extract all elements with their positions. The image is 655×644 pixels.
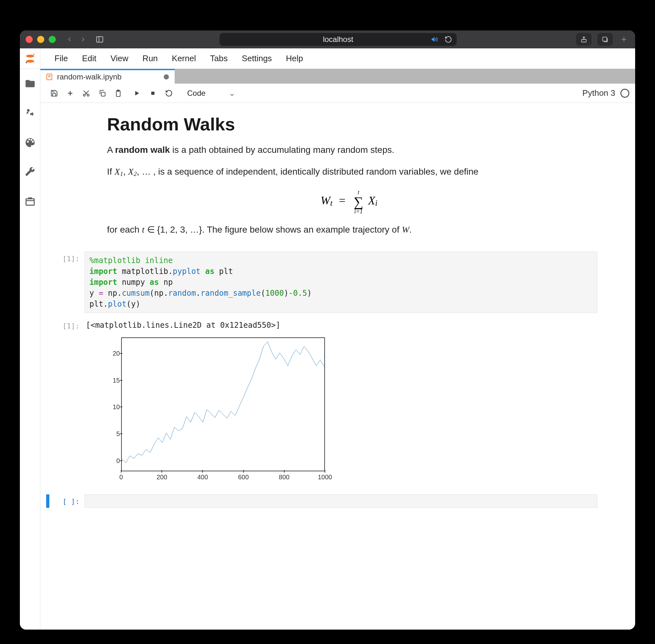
menu-file[interactable]: File: [49, 53, 74, 64]
paste-cell-button[interactable]: [110, 85, 126, 101]
notebook-icon: [45, 73, 53, 81]
app-content: File Edit View Run Kernel Tabs Settings …: [20, 48, 635, 629]
plot-ytick: 10: [99, 404, 120, 411]
kernel-name[interactable]: Python 3: [582, 88, 615, 98]
active-cell-indicator: [46, 495, 49, 508]
menu-edit[interactable]: Edit: [76, 53, 102, 64]
kernel-status-idle-icon[interactable]: [620, 89, 629, 98]
paragraph: for each t ∈ {1, 2, 3, …}. The figure be…: [107, 223, 591, 236]
audio-icon[interactable]: [430, 36, 438, 43]
svg-point-4: [26, 54, 34, 58]
insert-cell-button[interactable]: [62, 85, 78, 101]
paragraph: If X1, X2, … , is a sequence of independ…: [107, 165, 591, 180]
tabs-overview-button[interactable]: [597, 33, 613, 46]
cell-type-value: Code: [187, 89, 205, 98]
minimize-window-button[interactable]: [37, 36, 44, 43]
plot-xtick: 800: [279, 474, 289, 481]
file-browser-icon[interactable]: [20, 69, 40, 98]
svg-point-8: [33, 62, 34, 63]
reload-icon[interactable]: [445, 36, 452, 43]
out-prompt: [1]:: [46, 319, 85, 487]
menu-kernel[interactable]: Kernel: [166, 53, 202, 64]
sidebar-toggle-icon[interactable]: [93, 33, 106, 46]
svg-rect-13: [48, 76, 51, 77]
in-prompt: [1]:: [46, 252, 85, 313]
heading: Random Walks: [107, 114, 591, 135]
svg-rect-3: [603, 37, 607, 41]
menu-settings[interactable]: Settings: [236, 53, 277, 64]
menu-help[interactable]: Help: [280, 53, 309, 64]
tab-notebook[interactable]: random-walk.ipynb: [40, 69, 175, 84]
svg-point-6: [33, 53, 34, 55]
tabs-icon[interactable]: [20, 187, 40, 216]
copy-cell-button[interactable]: [94, 85, 110, 101]
cell-type-dropdown[interactable]: Code ⌄: [184, 87, 239, 100]
share-button[interactable]: [576, 33, 591, 46]
code-input[interactable]: [85, 495, 597, 508]
code-cell[interactable]: [1]: %matplotlib inline import matplotli…: [46, 252, 597, 313]
palette-icon[interactable]: [20, 128, 40, 157]
wrench-icon[interactable]: [20, 157, 40, 187]
interrupt-kernel-button[interactable]: [145, 85, 161, 101]
plot-xtick: 1000: [318, 474, 332, 481]
menu-bar: File Edit View Run Kernel Tabs Settings …: [40, 48, 635, 69]
in-prompt: [ ]:: [52, 495, 85, 508]
plot-output: 0510152002004006008001000: [99, 333, 330, 487]
chevron-down-icon: ⌄: [229, 89, 235, 98]
plot-xtick: 400: [197, 474, 208, 481]
restart-kernel-button[interactable]: [161, 85, 177, 101]
cut-cell-button[interactable]: [78, 85, 94, 101]
tab-filename: random-walk.ipynb: [57, 72, 121, 82]
notebook-toolbar: Code ⌄ Python 3: [40, 84, 635, 103]
plot-axes: [121, 337, 325, 471]
svg-marker-23: [135, 91, 139, 95]
plot-xtick: 600: [238, 474, 249, 481]
close-window-button[interactable]: [26, 36, 33, 43]
code-cell-active[interactable]: [ ]:: [46, 495, 597, 508]
jupyter-logo[interactable]: [20, 48, 40, 69]
url-bar[interactable]: localhost: [220, 33, 457, 46]
plot-ytick: 5: [99, 430, 120, 437]
plot-xtick: 200: [157, 474, 167, 481]
paragraph: A random walk is a path obtained by accu…: [107, 143, 591, 156]
unsaved-changes-dot: [164, 74, 169, 79]
svg-rect-20: [101, 92, 105, 96]
plot-line: [122, 338, 324, 471]
jupyter-sidebar: [20, 48, 40, 629]
output-repr: [<matplotlib.lines.Line2D at 0x121ead550…: [86, 321, 597, 330]
browser-window: localhost +: [20, 30, 635, 629]
plot-xtick: 0: [119, 474, 123, 481]
fullscreen-window-button[interactable]: [49, 36, 56, 43]
svg-point-7: [25, 62, 27, 64]
svg-point-9: [27, 109, 30, 112]
save-button[interactable]: [46, 85, 62, 101]
titlebar: localhost +: [20, 30, 635, 48]
menu-tabs[interactable]: Tabs: [204, 53, 233, 64]
menu-run[interactable]: Run: [137, 53, 164, 64]
output-area: [<matplotlib.lines.Line2D at 0x121ead550…: [85, 319, 597, 487]
svg-rect-24: [151, 92, 155, 95]
svg-rect-10: [26, 199, 34, 205]
url-text: localhost: [323, 35, 354, 44]
svg-point-5: [26, 60, 34, 63]
output-cell: [1]: [<matplotlib.lines.Line2D at 0x121e…: [46, 319, 597, 487]
equation: Wt = t∑i=1 Xi: [107, 189, 591, 214]
plot-ytick: 20: [99, 350, 120, 357]
traffic-lights: [26, 36, 56, 43]
plot-ytick: 15: [99, 376, 120, 384]
back-button[interactable]: [63, 33, 76, 46]
run-cell-button[interactable]: [129, 85, 145, 101]
new-tab-button[interactable]: +: [618, 34, 629, 45]
svg-rect-12: [48, 75, 51, 76]
forward-button[interactable]: [76, 33, 90, 46]
running-sessions-icon[interactable]: [20, 98, 40, 128]
markdown-cell[interactable]: Random Walks A random walk is a path obt…: [46, 114, 591, 252]
plot-ytick: 0: [99, 457, 120, 464]
tab-bar: random-walk.ipynb: [40, 69, 635, 84]
svg-rect-0: [96, 37, 103, 42]
menu-view[interactable]: View: [105, 53, 134, 64]
code-input[interactable]: %matplotlib inline import matplotlib.pyp…: [85, 252, 597, 313]
main-area: File Edit View Run Kernel Tabs Settings …: [40, 48, 635, 629]
notebook-scroll[interactable]: Random Walks A random walk is a path obt…: [40, 103, 635, 629]
